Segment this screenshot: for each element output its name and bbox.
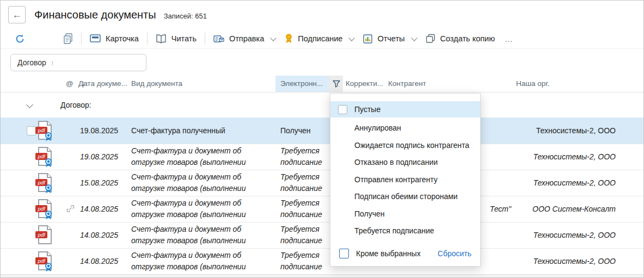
duplicate-icon	[426, 34, 436, 44]
cell-date: 19.08.2025	[80, 118, 118, 144]
table-row[interactable]: pdf 15.08.2025 Счет-фактура и документ о…	[1, 170, 643, 196]
cell-our-org: ООО Систем-Консалт	[512, 196, 616, 222]
filter-option[interactable]: Требуется подписание	[330, 223, 480, 240]
more-actions-button[interactable]: …	[505, 34, 514, 44]
copy-document-icon	[63, 33, 73, 44]
svg-text:pdf: pdf	[37, 232, 46, 238]
pdf-signed-icon: pdf	[34, 198, 56, 220]
column-correction[interactable]: Корректи...	[346, 76, 383, 92]
table-header: @ Дата докуме...↓ Вид документа Электрон…	[1, 76, 643, 92]
column-estatus[interactable]: Электронн...	[275, 76, 329, 92]
svg-text:pdf: pdf	[37, 180, 46, 186]
medal-icon	[285, 33, 293, 44]
cell-status: Требуется подписание	[280, 250, 332, 273]
cell-doctype: Счет-фактура и документ об отгрузке това…	[131, 224, 273, 246]
filter-option[interactable]: Получен	[330, 206, 480, 223]
table-row[interactable]: pdf 14.08.2025 Счет-фактура и документ о…	[1, 196, 643, 223]
reports-menu-button[interactable]: Отчеты	[362, 34, 417, 44]
cell-doctype: Счет-фактура и документ об отгрузке това…	[131, 171, 273, 194]
table-row[interactable]: pdf 19.08.2025 Счет-фактура полученный П…	[1, 118, 643, 144]
cell-status: Требуется подписание	[280, 145, 332, 168]
back-button[interactable]: ←	[8, 6, 26, 23]
pdf-signed-icon: pdf	[34, 120, 56, 142]
column-date[interactable]: Дата докуме...↓	[78, 76, 85, 92]
read-button[interactable]: Читать	[155, 34, 198, 44]
send-icon	[213, 35, 224, 43]
table-row[interactable]: pdf 14.08.2025 Счет-фактура и документ о…	[1, 222, 643, 249]
pdf-icon: pdf	[34, 224, 56, 246]
column-doctype[interactable]: Вид документа	[131, 76, 182, 92]
filter-option-empty[interactable]: Пустые	[330, 101, 480, 118]
send-menu-button[interactable]: Отправка	[212, 34, 277, 43]
chevron-down-icon	[411, 35, 417, 41]
cell-our-org: Техносистемы-2, ООО	[512, 222, 616, 248]
send-label: Отправка	[229, 34, 264, 43]
toolbar-separator	[81, 33, 82, 45]
create-copy-button[interactable]: Создать копию	[425, 34, 496, 44]
filter-option[interactable]: Отказано в подписании	[330, 154, 480, 171]
column-date-label: Дата докуме...	[78, 76, 127, 92]
filter-funnel-button[interactable]	[329, 76, 343, 92]
sign-menu-button[interactable]: Подписание	[284, 33, 355, 44]
page-title: Финансовые документы	[34, 9, 156, 21]
records-count: Записей: 651	[164, 12, 207, 20]
group-row[interactable]: Договор:	[1, 92, 643, 118]
column-our-org[interactable]: Наша орг.	[516, 76, 549, 92]
svg-text:pdf: pdf	[38, 127, 45, 133]
svg-text:pdf: pdf	[37, 258, 46, 264]
table-row[interactable]: pdf 14.08.2025 Счет-фактура и документ о…	[1, 248, 643, 275]
refresh-button[interactable]	[14, 34, 26, 44]
sort-field-label: Договор	[17, 58, 46, 67]
refresh-icon	[15, 34, 25, 44]
cell-our-org: Техносистемы-2, ООО	[512, 118, 616, 144]
cell-date: 15.08.2025	[80, 170, 118, 196]
cell-doctype: Счет-фактура и документ об отгрузке това…	[131, 145, 273, 168]
status-filter-dropdown: Пустые Аннулирован Ожидается подпись кон…	[330, 93, 481, 267]
card-label: Карточка	[106, 34, 139, 43]
cell-date: 14.08.2025	[80, 222, 118, 248]
cell-our-org: Техносистемы-2, ООО	[512, 170, 616, 196]
cell-status: Требуется подписание	[280, 224, 332, 246]
cell-doctype: Счет-фактура и документ об отгрузке това…	[131, 197, 273, 220]
toolbar-separator	[205, 33, 205, 45]
except-selected-checkbox[interactable]	[339, 249, 349, 258]
column-attachment[interactable]: @	[66, 76, 73, 92]
sort-asc-arrow-icon: ↑	[51, 59, 54, 67]
filter-option[interactable]: Отправлен контрагенту	[330, 171, 480, 189]
pdf-signed-icon: pdf	[34, 172, 56, 194]
cell-date: 14.08.2025	[80, 248, 118, 274]
horizontal-scrollbar-track[interactable]	[1, 274, 643, 278]
cell-our-org: Техносистемы-2, ООО	[512, 248, 616, 274]
back-arrow-icon: ←	[12, 9, 22, 21]
column-contragent[interactable]: Контрагент	[388, 76, 426, 92]
cell-status: Получен	[280, 118, 332, 144]
filter-option-checkbox[interactable]	[338, 105, 347, 114]
pdf-signed-icon: pdf	[34, 146, 56, 168]
reset-filter-link[interactable]: Сбросить	[438, 249, 471, 258]
card-icon	[90, 34, 101, 43]
filter-option[interactable]: Аннулирован	[330, 120, 480, 137]
copy-button[interactable]	[62, 33, 74, 44]
group-sort-field[interactable]: Договор ↑	[10, 54, 146, 71]
table-row[interactable]: pdf 19.08.2025 Счет-фактура и документ о…	[1, 144, 643, 170]
cell-doctype: Счет-фактура полученный	[131, 118, 278, 144]
filter-option[interactable]: Ожидается подпись контрагента	[330, 137, 480, 155]
cell-date: 14.08.2025	[80, 196, 118, 222]
filter-option-label: Пустые	[354, 105, 381, 114]
pdf-signed-icon: pdf	[34, 250, 56, 273]
cell-our-org: Техносистемы-2, ООО	[512, 144, 616, 170]
filter-option[interactable]: Подписан обеими сторонами	[330, 188, 480, 206]
financial-documents-window: ← Финансовые документы Записей: 651 Карт…	[0, 0, 644, 278]
chevron-down-icon	[349, 35, 355, 41]
link-icon	[66, 205, 75, 213]
sign-label: Подписание	[298, 34, 342, 43]
card-button[interactable]: Карточка	[89, 34, 140, 43]
svg-text:pdf: pdf	[37, 153, 46, 159]
cell-doctype: Счет-фактура и документ об отгрузке това…	[131, 250, 273, 273]
cell-status: Требуется подписание	[280, 171, 332, 194]
read-label: Читать	[171, 34, 197, 43]
cell-status: Требуется подписание	[280, 197, 332, 220]
book-icon	[156, 34, 167, 44]
group-collapse-chevron-icon[interactable]	[26, 101, 33, 108]
reports-label: Отчеты	[377, 34, 404, 43]
